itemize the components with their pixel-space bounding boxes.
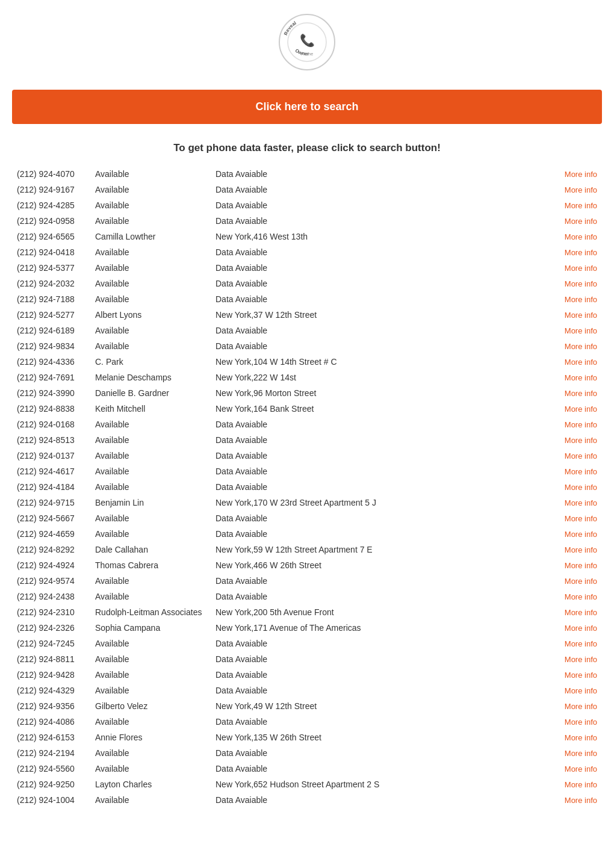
more-info-cell[interactable]: More info	[554, 730, 602, 745]
phone-cell: (212) 924-1004	[12, 792, 90, 808]
more-info-cell[interactable]: More info	[554, 745, 602, 761]
more-info-cell[interactable]: More info	[554, 761, 602, 777]
table-row: (212) 924-8838 Keith Mitchell New York,1…	[12, 401, 602, 417]
phone-cell: (212) 924-5277	[12, 307, 90, 323]
more-info-link[interactable]: More info	[565, 733, 597, 742]
more-info-cell[interactable]: More info	[554, 651, 602, 667]
more-info-cell[interactable]: More info	[554, 542, 602, 557]
name-cell: Available	[90, 636, 211, 651]
more-info-link[interactable]: More info	[565, 326, 597, 335]
more-info-link[interactable]: More info	[565, 498, 597, 507]
more-info-link[interactable]: More info	[565, 686, 597, 695]
more-info-cell[interactable]: More info	[554, 620, 602, 636]
more-info-link[interactable]: More info	[565, 451, 597, 460]
more-info-cell[interactable]: More info	[554, 526, 602, 542]
phone-cell: (212) 924-5377	[12, 260, 90, 276]
more-info-link[interactable]: More info	[565, 796, 597, 805]
more-info-link[interactable]: More info	[565, 389, 597, 398]
more-info-link[interactable]: More info	[565, 279, 597, 288]
more-info-cell[interactable]: More info	[554, 291, 602, 307]
search-banner[interactable]: Click here to search	[12, 90, 602, 124]
more-info-link[interactable]: More info	[565, 232, 597, 241]
more-info-link[interactable]: More info	[565, 264, 597, 273]
more-info-link[interactable]: More info	[565, 405, 597, 414]
more-info-link[interactable]: More info	[565, 170, 597, 179]
more-info-cell[interactable]: More info	[554, 370, 602, 385]
more-info-cell[interactable]: More info	[554, 792, 602, 808]
more-info-cell[interactable]: More info	[554, 589, 602, 604]
more-info-link[interactable]: More info	[565, 185, 597, 194]
name-cell: Available	[90, 197, 211, 213]
more-info-cell[interactable]: More info	[554, 307, 602, 323]
more-info-link[interactable]: More info	[565, 358, 597, 367]
more-info-link[interactable]: More info	[565, 624, 597, 633]
more-info-link[interactable]: More info	[565, 655, 597, 664]
more-info-link[interactable]: More info	[565, 592, 597, 601]
phone-cell: (212) 924-0137	[12, 448, 90, 463]
more-info-link[interactable]: More info	[565, 764, 597, 773]
more-info-cell[interactable]: More info	[554, 667, 602, 683]
more-info-cell[interactable]: More info	[554, 714, 602, 730]
more-info-cell[interactable]: More info	[554, 417, 602, 432]
address-cell: New York,466 W 26th Street	[211, 557, 554, 573]
more-info-cell[interactable]: More info	[554, 244, 602, 260]
more-info-link[interactable]: More info	[565, 467, 597, 476]
more-info-link[interactable]: More info	[565, 702, 597, 711]
more-info-cell[interactable]: More info	[554, 385, 602, 401]
more-info-link[interactable]: More info	[565, 545, 597, 554]
more-info-link[interactable]: More info	[565, 561, 597, 570]
table-row: (212) 924-4617 Available Data Avaiable M…	[12, 463, 602, 479]
more-info-cell[interactable]: More info	[554, 479, 602, 495]
more-info-cell[interactable]: More info	[554, 323, 602, 338]
table-row: (212) 924-6189 Available Data Avaiable M…	[12, 323, 602, 338]
more-info-link[interactable]: More info	[565, 608, 597, 617]
more-info-link[interactable]: More info	[565, 639, 597, 648]
more-info-cell[interactable]: More info	[554, 338, 602, 354]
more-info-link[interactable]: More info	[565, 577, 597, 586]
address-cell: New York,652 Hudson Street Apartment 2 S	[211, 777, 554, 792]
more-info-cell[interactable]: More info	[554, 463, 602, 479]
more-info-cell[interactable]: More info	[554, 182, 602, 197]
more-info-cell[interactable]: More info	[554, 698, 602, 714]
more-info-cell[interactable]: More info	[554, 604, 602, 620]
more-info-link[interactable]: More info	[565, 436, 597, 445]
address-cell: Data Avaiable	[211, 683, 554, 698]
more-info-link[interactable]: More info	[565, 483, 597, 492]
more-info-cell[interactable]: More info	[554, 573, 602, 589]
more-info-link[interactable]: More info	[565, 201, 597, 210]
more-info-cell[interactable]: More info	[554, 510, 602, 526]
more-info-link[interactable]: More info	[565, 373, 597, 382]
more-info-cell[interactable]: More info	[554, 276, 602, 291]
more-info-link[interactable]: More info	[565, 718, 597, 727]
more-info-cell[interactable]: More info	[554, 777, 602, 792]
more-info-cell[interactable]: More info	[554, 401, 602, 417]
more-info-cell[interactable]: More info	[554, 229, 602, 244]
more-info-link[interactable]: More info	[565, 311, 597, 320]
more-info-cell[interactable]: More info	[554, 197, 602, 213]
address-cell: Data Avaiable	[211, 761, 554, 777]
more-info-cell[interactable]: More info	[554, 495, 602, 510]
more-info-link[interactable]: More info	[565, 780, 597, 789]
more-info-cell[interactable]: More info	[554, 448, 602, 463]
more-info-cell[interactable]: More info	[554, 166, 602, 182]
more-info-link[interactable]: More info	[565, 217, 597, 226]
more-info-cell[interactable]: More info	[554, 557, 602, 573]
more-info-link[interactable]: More info	[565, 530, 597, 539]
more-info-link[interactable]: More info	[565, 342, 597, 351]
more-info-link[interactable]: More info	[565, 749, 597, 758]
phone-cell: (212) 924-4329	[12, 683, 90, 698]
more-info-cell[interactable]: More info	[554, 683, 602, 698]
more-info-link[interactable]: More info	[565, 420, 597, 429]
more-info-link[interactable]: More info	[565, 671, 597, 680]
more-info-cell[interactable]: More info	[554, 213, 602, 229]
more-info-cell[interactable]: More info	[554, 354, 602, 370]
address-cell: Data Avaiable	[211, 417, 554, 432]
more-info-link[interactable]: More info	[565, 248, 597, 257]
more-info-link[interactable]: More info	[565, 295, 597, 304]
more-info-link[interactable]: More info	[565, 514, 597, 523]
more-info-cell[interactable]: More info	[554, 432, 602, 448]
more-info-cell[interactable]: More info	[554, 636, 602, 651]
more-info-cell[interactable]: More info	[554, 260, 602, 276]
address-cell: Data Avaiable	[211, 651, 554, 667]
search-link[interactable]: Click here to search	[255, 101, 358, 113]
